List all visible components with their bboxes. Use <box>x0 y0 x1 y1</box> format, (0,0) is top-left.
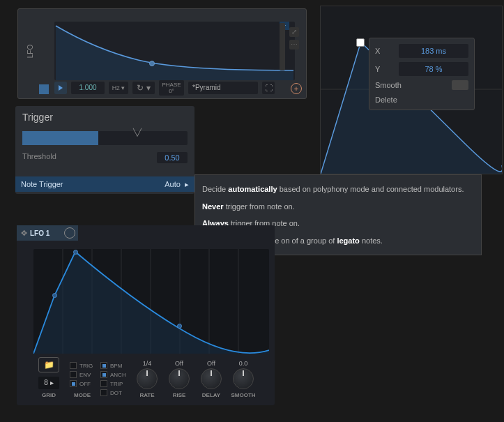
threshold-row: Threshold 0.50 <box>15 148 194 167</box>
lfo1-module: ✥ LFO 1 📁 8 ▸ GRID TRIG ENV OFF <box>17 225 275 405</box>
move-icon[interactable]: ✥ <box>21 229 27 238</box>
grid-value[interactable]: 8 ▸ <box>38 377 59 389</box>
trigger-slider-fill <box>22 131 98 145</box>
trigger-slider[interactable]: ╲╱ <box>22 131 188 145</box>
rise-value: Off <box>175 360 183 367</box>
graph-handle-2[interactable] <box>73 250 78 255</box>
point-editor-popup: X 183 ms Y 78 % Smooth Delete <box>369 38 475 110</box>
folder-button[interactable]: 📁 <box>38 357 59 372</box>
off-checkbox[interactable]: OFF <box>70 380 91 387</box>
play-icon <box>59 85 63 91</box>
settings-icon[interactable]: ⋯ <box>289 40 299 50</box>
lfo1-name: LFO 1 <box>30 229 49 237</box>
note-trigger-row[interactable]: Note Trigger Auto ▸ <box>15 176 194 192</box>
smooth-label: SMOOTH <box>231 392 255 398</box>
dot-checkbox[interactable]: DOT <box>100 389 122 396</box>
vertical-slider[interactable] <box>280 23 285 70</box>
smooth-toggle[interactable] <box>452 80 468 90</box>
note-trigger-label: Note Trigger <box>21 180 63 188</box>
tooltip-item-never[interactable]: Never trigger from note on. <box>195 198 481 216</box>
point-y-value[interactable]: 78 % <box>399 62 468 76</box>
lfo1-graph-svg <box>33 249 269 354</box>
power-icon[interactable] <box>64 227 75 239</box>
expand-window-icon[interactable]: ⛶ <box>262 82 275 94</box>
rise-knob[interactable] <box>169 368 190 389</box>
lfo-label: LFO <box>26 45 34 58</box>
unit-dropdown[interactable]: Hz ▾ <box>109 82 128 94</box>
rise-label: RISE <box>173 392 186 398</box>
expand-icon[interactable]: ⤢ <box>289 27 299 37</box>
loop-button[interactable]: ↻ ▾ <box>132 82 155 94</box>
mode-label: MODE <box>74 392 91 398</box>
lfo1-controls: 📁 8 ▸ GRID TRIG ENV OFF MODE BPM ANCH TR… <box>33 345 269 401</box>
graph-handle-1[interactable] <box>52 293 57 298</box>
point-x-value[interactable]: 183 ms <box>399 44 468 58</box>
rate-knob[interactable] <box>137 368 158 389</box>
rate-value: 1/4 <box>143 360 152 367</box>
curve-point-handle[interactable] <box>356 38 365 47</box>
threshold-value[interactable]: 0.50 <box>157 152 188 163</box>
lfo-curve-svg <box>54 22 295 80</box>
rate-input[interactable]: 1.000 <box>71 82 105 94</box>
delete-button[interactable]: Delete <box>375 96 468 104</box>
graph-handle-3[interactable] <box>177 324 182 329</box>
delay-knob[interactable] <box>201 368 222 389</box>
point-x-label: X <box>375 47 380 55</box>
rate-label: RATE <box>139 392 154 398</box>
lfo1-graph[interactable] <box>33 249 269 354</box>
add-button[interactable]: + <box>291 83 302 94</box>
curve-handle[interactable] <box>149 61 155 66</box>
smooth-value: 0.0 <box>239 360 248 367</box>
note-trigger-value: Auto ▸ <box>165 180 189 189</box>
env-checkbox[interactable]: ENV <box>70 371 91 378</box>
smooth-label: Smooth <box>375 81 402 89</box>
lfo-color-square[interactable] <box>39 84 49 94</box>
delay-value: Off <box>207 360 215 367</box>
lfo-controls-row: 1.000 Hz ▾ ↻ ▾ PHASE 0° *Pyramid ⛶ <box>54 80 275 96</box>
trigger-title: Trigger <box>15 106 194 128</box>
smooth-knob[interactable] <box>233 368 254 389</box>
phase-box[interactable]: PHASE 0° <box>159 80 184 96</box>
anch-checkbox[interactable]: ANCH <box>100 371 126 378</box>
bpm-checkbox[interactable]: BPM <box>100 362 122 369</box>
lfo-upper-panel: LFO + ⤢ ⋯ 1.000 Hz ▾ ↻ ▾ PHASE 0° *Pyram… <box>17 8 307 99</box>
trigger-marks: ╲╱ <box>133 128 142 136</box>
delay-label: DELAY <box>202 392 220 398</box>
phase-value: 0° <box>159 88 184 94</box>
play-button[interactable] <box>54 82 67 94</box>
threshold-label: Threshold <box>22 152 56 163</box>
shape-selector[interactable]: *Pyramid <box>188 82 258 94</box>
trip-checkbox[interactable]: TRIP <box>100 380 123 387</box>
lfo-curve-display[interactable] <box>54 22 295 80</box>
phase-label: PHASE <box>159 82 184 88</box>
point-y-label: Y <box>375 65 380 73</box>
lfo1-tab[interactable]: ✥ LFO 1 <box>17 225 78 241</box>
tooltip-item-auto[interactable]: Decide automatically based on polyphony … <box>195 181 481 198</box>
trig-checkbox[interactable]: TRIG <box>70 362 93 369</box>
grid-label: GRID <box>42 392 56 398</box>
